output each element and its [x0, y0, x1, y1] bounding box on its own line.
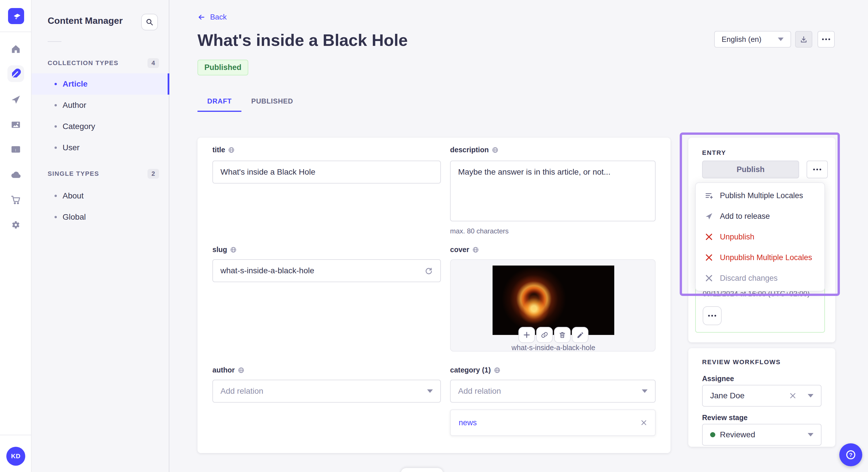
cover-media-panel: what-s-inside-a-black-hole: [450, 259, 656, 351]
link-icon: [541, 331, 548, 339]
author-field-label: author: [212, 366, 245, 374]
x-icon: [704, 254, 714, 261]
remove-relation-icon[interactable]: [641, 419, 647, 426]
sidebar-item-category[interactable]: Category: [32, 116, 169, 137]
tab-published[interactable]: PUBLISHED: [241, 92, 303, 111]
sidebar-item-global[interactable]: Global: [32, 206, 169, 228]
nav-rail: KD: [0, 0, 32, 472]
rail-top: [0, 0, 31, 32]
x-icon: [704, 274, 714, 282]
assignee-label: Assignee: [702, 374, 734, 383]
send-icon: [704, 212, 714, 220]
home-icon[interactable]: [7, 41, 24, 57]
title-input[interactable]: What's inside a Black Hole: [212, 161, 441, 183]
locale-select[interactable]: English (en): [714, 31, 791, 47]
globe-icon: [228, 146, 235, 154]
x-icon: [704, 233, 714, 241]
publish-button[interactable]: Publish: [702, 161, 799, 178]
release-more-button[interactable]: [703, 306, 722, 325]
tab-draft[interactable]: DRAFT: [197, 92, 241, 111]
strapi-logo[interactable]: [8, 8, 24, 24]
clear-assignee-icon[interactable]: [789, 392, 796, 399]
title-label-text: title: [212, 146, 225, 154]
images-icon[interactable]: [7, 116, 24, 133]
chevron-down-icon: [427, 390, 433, 393]
panel-title: Content Manager: [48, 15, 123, 26]
layout-icon[interactable]: [7, 141, 24, 158]
menu-item-discard-changes[interactable]: Discard changes: [696, 268, 825, 289]
page-title: What's inside a Black Hole: [197, 30, 408, 49]
bullet-icon: [55, 125, 57, 128]
panel-divider: [48, 41, 61, 42]
slug-input[interactable]: what-s-inside-a-black-hole: [212, 259, 441, 282]
gear-icon[interactable]: [7, 217, 24, 233]
menu-item-publish-multiple-locales[interactable]: Publish Multiple Locales: [696, 185, 825, 206]
back-arrow-icon: [197, 13, 206, 21]
rail-divider: [0, 435, 32, 435]
add-media-button[interactable]: [518, 327, 535, 343]
delete-media-button[interactable]: [554, 327, 570, 343]
back-link[interactable]: Back: [197, 12, 227, 22]
edit-media-button[interactable]: [572, 327, 588, 343]
globe-icon: [238, 367, 245, 374]
globe-icon: [494, 367, 501, 374]
sidebar-item-about[interactable]: About: [32, 185, 169, 206]
download-button[interactable]: [795, 31, 812, 47]
entry-header: ENTRY: [702, 149, 726, 157]
user-avatar[interactable]: KD: [6, 447, 25, 466]
cover-image-black-hole[interactable]: [493, 266, 614, 335]
bullet-icon: [55, 104, 57, 106]
slug-field-label: slug: [212, 245, 237, 254]
entry-more-button[interactable]: [807, 161, 828, 178]
sidebar-item-label: User: [63, 143, 80, 152]
stage-status-dot: [710, 432, 715, 437]
sidebar-item-user[interactable]: User: [32, 137, 169, 158]
author-relation-select[interactable]: Add relation: [212, 380, 441, 403]
category-relation-select[interactable]: Add relation: [450, 380, 656, 403]
app-root: KD Content Manager COLLECTION TYPES 4 Ar…: [0, 0, 868, 472]
description-hint: max. 80 characters: [450, 227, 508, 235]
menu-item-unpublish[interactable]: Unpublish: [696, 227, 825, 247]
entry-actions-menu: Publish Multiple Locales Add to release …: [695, 182, 825, 291]
help-button[interactable]: ?: [839, 443, 862, 466]
plus-icon: [523, 331, 530, 339]
sidebar-item-label: Category: [63, 122, 95, 131]
description-textarea[interactable]: Maybe the answer is in this article, or …: [450, 161, 656, 222]
header-more-button[interactable]: [817, 31, 835, 47]
assignee-select[interactable]: Jane Doe: [702, 385, 822, 407]
sidebar-item-label: About: [63, 191, 84, 200]
send-icon[interactable]: [7, 91, 24, 108]
question-icon: ?: [845, 449, 857, 461]
relation-link-news[interactable]: news: [459, 418, 477, 427]
chevron-down-icon: [808, 433, 813, 436]
sidebar-item-label: Author: [63, 101, 86, 110]
review-stage-select[interactable]: Reviewed: [702, 424, 822, 446]
bullet-icon: [55, 83, 57, 85]
category-placeholder: Add relation: [458, 386, 501, 396]
single-types-header-row: SINGLE TYPES 2: [32, 168, 169, 179]
single-types-count: 2: [148, 169, 159, 179]
list-plus-icon: [704, 191, 714, 200]
review-workflows-card: REVIEW WORKFLOWS Assignee Jane Doe Revie…: [688, 348, 835, 447]
menu-item-unpublish-multiple-locales[interactable]: Unpublish Multiple Locales: [696, 247, 825, 268]
cover-caption: what-s-inside-a-black-hole: [451, 343, 656, 352]
collection-types-count: 4: [148, 58, 159, 68]
description-field-label: description: [450, 146, 499, 154]
cloud-icon[interactable]: [7, 166, 24, 183]
menu-item-add-to-release[interactable]: Add to release: [696, 206, 825, 227]
review-stage-label: Review stage: [702, 413, 747, 422]
description-label-text: description: [450, 146, 489, 154]
sidebar-item-article[interactable]: Article: [32, 73, 169, 95]
search-button[interactable]: [141, 14, 158, 30]
regenerate-icon[interactable]: [424, 266, 433, 275]
cart-icon[interactable]: [7, 192, 24, 208]
feather-icon[interactable]: [7, 65, 24, 82]
category-field-label: category (1): [450, 366, 501, 374]
copy-link-button[interactable]: [536, 327, 553, 343]
chevron-down-icon: [642, 390, 648, 393]
collection-types-label: COLLECTION TYPES: [48, 59, 119, 67]
sidebar-item-author[interactable]: Author: [32, 95, 169, 116]
back-label: Back: [210, 12, 227, 22]
more-dots-icon: [813, 169, 821, 170]
cover-actions: [518, 327, 588, 343]
